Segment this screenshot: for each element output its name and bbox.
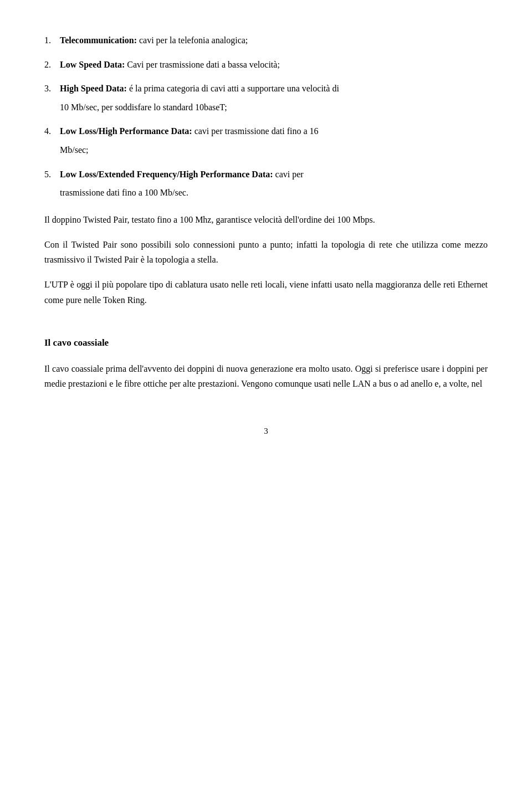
item-4-label: Low Loss/High Performance Data:: [60, 126, 192, 136]
list-item-3: 3. High Speed Data: é la prima categoria…: [44, 81, 488, 114]
item-1-content: Telecommunication: cavi per la telefonia…: [60, 33, 488, 48]
page-number: 3: [44, 424, 488, 438]
numbered-list: 1. Telecommunication: cavi per la telefo…: [44, 33, 488, 200]
paragraph-twisted-pair: Il doppino Twisted Pair, testato fino a …: [44, 212, 488, 227]
item-4-content: Low Loss/High Performance Data: cavi per…: [60, 124, 488, 138]
paragraph-utp: L'UTP è oggi il più popolare tipo di cab…: [44, 277, 488, 307]
page: 1. Telecommunication: cavi per la telefo…: [0, 0, 532, 785]
item-2-content: Low Speed Data: Cavi per trasmissione da…: [60, 58, 488, 72]
item-3-text: é la prima categoria di cavi atti a supp…: [127, 84, 339, 93]
paragraph-coassiale: Il cavo coassiale prima dell'avvento dei…: [44, 361, 488, 391]
item-5-label: Low Loss/Extended Frequency/High Perform…: [60, 170, 273, 179]
item-3-label: High Speed Data:: [60, 84, 127, 93]
item-2-text: Cavi per trasmissione dati a bassa veloc…: [125, 60, 279, 69]
section-heading-coassiale: Il cavo coassiale: [44, 335, 488, 350]
list-item-5: 5. Low Loss/Extended Frequency/High Perf…: [44, 167, 488, 200]
item-4-number: 4.: [44, 124, 60, 138]
item-1-label: Telecommunication:: [60, 35, 137, 45]
item-2-label: Low Speed Data:: [60, 60, 125, 69]
item-4-text: cavi per trasmissione dati fino a 16: [192, 126, 319, 136]
item-1-text: cavi per la telefonia analogica;: [137, 35, 248, 45]
list-item-1: 1. Telecommunication: cavi per la telefo…: [44, 33, 488, 48]
list-item-4: 4. Low Loss/High Performance Data: cavi …: [44, 124, 488, 157]
item-2-number: 2.: [44, 58, 60, 72]
item-3-continuation: 10 Mb/sec, per soddisfare lo standard 10…: [60, 100, 488, 115]
item-5-content: Low Loss/Extended Frequency/High Perform…: [60, 167, 488, 182]
content-area: 1. Telecommunication: cavi per la telefo…: [44, 33, 488, 438]
item-5-number: 5.: [44, 167, 60, 182]
item-5-continuation: trasmissione dati fino a 100 Mb/sec.: [60, 186, 488, 200]
item-3-content: High Speed Data: é la prima categoria di…: [60, 81, 488, 96]
item-1-number: 1.: [44, 33, 60, 48]
list-item-2: 2. Low Speed Data: Cavi per trasmissione…: [44, 58, 488, 72]
item-4-continuation: Mb/sec;: [60, 143, 488, 157]
paragraph-con: Con il Twisted Pair sono possibili solo …: [44, 237, 488, 267]
item-3-number: 3.: [44, 81, 60, 96]
item-5-text: cavi per: [273, 170, 304, 179]
